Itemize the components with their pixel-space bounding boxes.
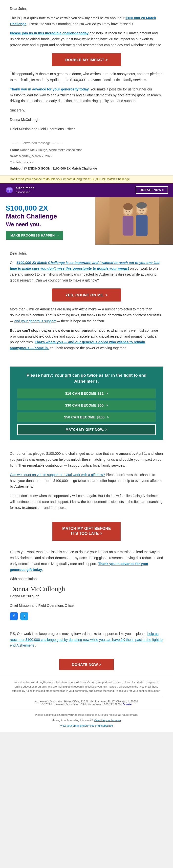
footer-donate-link[interactable]: Donate xyxy=(123,703,132,706)
hero-image xyxy=(95,197,173,245)
hero-subtitle: We need you. xyxy=(6,221,90,228)
join-challenge-link[interactable]: Please join us in this incredible challe… xyxy=(10,31,88,35)
subject-icon: 🏷 xyxy=(24,166,27,170)
closing-title: Chief Mission and Field Operations Offic… xyxy=(10,603,163,609)
footer-links: Please add info@alz.org to your address … xyxy=(10,712,163,728)
donate-now-header-button[interactable]: DONATE NOW > xyxy=(136,186,168,194)
forwarded-section: ---------- Forwarded message ---------- … xyxy=(0,141,173,175)
hero-match-title: Match Challenge xyxy=(6,213,90,220)
email-body2-section: Our donor has pledged $100,000 and chall… xyxy=(0,446,173,519)
svg-point-15 xyxy=(126,211,127,212)
thank-you-link[interactable]: Thank you in advance for your generosity… xyxy=(10,87,89,91)
email-body-section: Dear John, Our $100,000 2X Match Challen… xyxy=(0,245,173,361)
teal-btn-50[interactable]: $50 CAN BECOME $100. > xyxy=(17,412,156,422)
hero-section: $100,000 2X Match Challenge We need you.… xyxy=(0,197,173,245)
svg-point-4 xyxy=(10,190,12,192)
body-para1: Our $100,000 2X Match Challenge is so im… xyxy=(10,260,163,283)
view-browser-link[interactable]: View it in your browser xyxy=(94,719,121,722)
svg-point-10 xyxy=(123,203,133,210)
body2-para2: Can we count on you to support our vital… xyxy=(10,472,163,490)
top-para4: Thank you in advance for your generosity… xyxy=(10,87,163,104)
signature-image: Donna McCullough xyxy=(10,586,163,592)
hurry-text: Please hurry: Your gift can go twice as … xyxy=(17,372,156,384)
svg-point-18 xyxy=(142,210,144,211)
body-greeting: Dear John, xyxy=(10,251,163,256)
signature-block: Sincerely, Donna McCullough Chief Missio… xyxy=(10,107,163,132)
couple-illustration xyxy=(110,197,159,244)
footer-address: Alzheimer's Association Home Office, 225… xyxy=(10,700,163,706)
top-text-section: Dear John, This is just a quick note to … xyxy=(0,0,173,141)
double-impact-button[interactable]: DOUBLE MY IMPACT > xyxy=(52,53,121,66)
svg-point-17 xyxy=(139,210,141,211)
footer-disclaimer: Your donation will strengthen our effort… xyxy=(10,680,163,693)
generous-support-link[interactable]: and your generous support xyxy=(15,319,56,323)
body2-para1: Our donor has pledged $100,000 and chall… xyxy=(10,451,163,468)
svg-rect-6 xyxy=(110,197,159,244)
closing-section: I know you won't want to miss this chanc… xyxy=(0,546,173,628)
top-para3: This opportunity is thanks to a generous… xyxy=(10,71,163,83)
make-progress-button[interactable]: MAKE PROGRESS HAPPEN. > xyxy=(6,231,63,240)
body-para2: More than 6 million Americans are living… xyxy=(10,307,163,324)
hero-text-block: $100,000 2X Match Challenge We need you.… xyxy=(0,197,95,245)
greeting: Dear John, xyxy=(10,6,163,12)
facebook-icon: f xyxy=(10,612,18,620)
facebook-link[interactable]: f xyxy=(10,612,18,620)
match-my-gift-button[interactable]: MATCH MY GIFT BEFORE IT'S TOO LATE > xyxy=(52,522,121,541)
teal-btn-30[interactable]: $30 CAN BECOME $60. > xyxy=(17,400,156,410)
ps-para: P.S. Our work is to keep progress moving… xyxy=(10,631,163,649)
teal-donation-box: Please hurry: Your gift can go twice as … xyxy=(10,367,163,440)
closing-name: Donna McCullough xyxy=(10,593,163,599)
email-container: Dear John, This is just a quick note to … xyxy=(0,0,173,732)
alz-header-strip: alzheimer's association DONATE NOW > xyxy=(0,183,173,197)
teal-btn-16[interactable]: $16 CAN BECOME $32. > xyxy=(17,389,156,398)
donate-now-bottom-wrapper: DONATE NOW > xyxy=(0,655,173,676)
count-on-you-link[interactable]: Can we count on you to support our vital… xyxy=(10,473,105,477)
twitter-link[interactable]: t xyxy=(20,612,28,620)
body-para3: But we can't stop now, or slow down in o… xyxy=(10,328,163,351)
svg-point-16 xyxy=(129,211,130,212)
top-para2: Please join us in this incredible challe… xyxy=(10,30,163,48)
closing-para1: I know you won't want to miss this chanc… xyxy=(10,549,163,572)
svg-point-3 xyxy=(7,190,9,192)
svg-rect-8 xyxy=(122,216,134,236)
match-gift-btn-wrapper: MATCH MY GIFT BEFORE IT'S TOO LATE > xyxy=(0,519,173,546)
hero-amount: $100,000 2X xyxy=(6,204,90,212)
yes-count-button[interactable]: YES, COUNT ON ME. > xyxy=(52,288,121,302)
alz-logo: alzheimer's association xyxy=(5,186,35,194)
teal-match-gift-btn[interactable]: MATCH MY GIFT NOW. > xyxy=(17,424,156,435)
svg-rect-12 xyxy=(136,215,148,236)
svg-point-14 xyxy=(137,202,147,209)
email-footer: Your donation will strengthen our effort… xyxy=(0,676,173,732)
warning-bar: Don't miss your chance to double your im… xyxy=(0,175,173,183)
preferences-link[interactable]: View your email preferences or unsubscri… xyxy=(60,724,113,727)
top-para1: This is just a quick note to make certai… xyxy=(10,15,163,27)
donate-now-bottom-button[interactable]: DONATE NOW > xyxy=(59,659,114,670)
twitter-icon: t xyxy=(20,612,28,620)
ps-section: P.S. Our work is to keep progress moving… xyxy=(0,628,173,655)
body2-para3: John, I don't know when this opportunity… xyxy=(10,493,163,510)
social-icons: f t xyxy=(10,612,163,620)
alz-brain-icon xyxy=(5,186,14,194)
